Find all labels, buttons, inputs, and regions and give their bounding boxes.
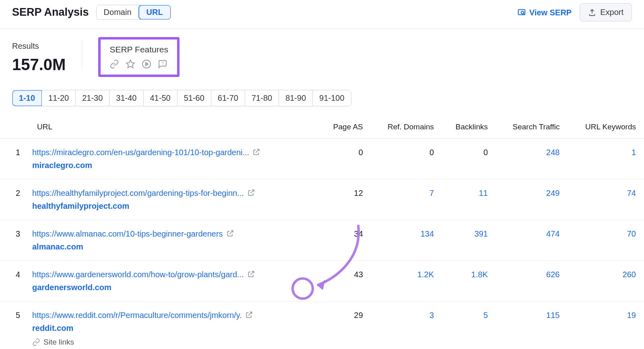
cell-page-as: 34 — [320, 220, 371, 260]
table-row: 4https://www.gardenersworld.com/how-to/g… — [0, 260, 644, 301]
star-icon — [126, 59, 135, 69]
external-link-icon[interactable] — [252, 147, 260, 156]
cell-backlinks[interactable]: 1.8K — [442, 260, 496, 301]
result-url-link[interactable]: https://healthyfamilyproject.com/gardeni… — [32, 189, 244, 197]
result-domain-link[interactable]: miraclegro.com — [32, 160, 312, 171]
page-btn-91-100[interactable]: 91-100 — [313, 90, 351, 106]
page-btn-31-40[interactable]: 31-40 — [109, 90, 143, 106]
url-cell: https://miraclegro.com/en-us/gardening-1… — [28, 138, 320, 179]
col-backlinks[interactable]: Backlinks — [442, 116, 496, 138]
view-serp-label: View SERP — [529, 7, 572, 18]
stats-divider — [82, 40, 82, 71]
table-row: 2https://healthyfamilyproject.com/garden… — [0, 179, 644, 220]
col-ref-domains[interactable]: Ref. Domains — [371, 116, 442, 138]
svg-text:?: ? — [162, 61, 164, 65]
url-cell: https://www.almanac.com/10-tips-beginner… — [28, 220, 320, 260]
video-icon — [142, 59, 151, 69]
export-button[interactable]: Export — [580, 3, 632, 21]
cell-ref-domains[interactable]: 7 — [371, 179, 442, 220]
external-link-icon[interactable] — [247, 188, 255, 196]
stats-row: Results 157.0M SERP Features ? — [0, 29, 644, 90]
page-btn-61-70[interactable]: 61-70 — [211, 90, 245, 106]
external-link-icon[interactable] — [245, 310, 253, 318]
cell-page-as: 12 — [320, 179, 371, 220]
result-url-link[interactable]: https://www.almanac.com/10-tips-beginner… — [32, 229, 223, 238]
cell-url-keywords[interactable]: 1 — [568, 138, 644, 179]
url-cell: https://www.gardenersworld.com/how-to/gr… — [28, 260, 320, 301]
cell-backlinks[interactable]: 11 — [442, 179, 496, 220]
cell-search-traffic[interactable]: 115 — [496, 301, 568, 349]
cell-page-as: 29 — [320, 301, 371, 349]
serp-icon — [517, 8, 526, 17]
cell-ref-domains: 0 — [371, 138, 442, 179]
table-row: 5https://www.reddit.com/r/Permaculture/c… — [0, 301, 644, 349]
results-value: 157.0M — [12, 53, 66, 76]
page-btn-11-20[interactable]: 11-20 — [42, 90, 76, 106]
page-btn-71-80[interactable]: 71-80 — [245, 90, 279, 106]
export-icon — [588, 8, 596, 17]
url-cell: https://www.reddit.com/r/Permaculture/co… — [28, 301, 320, 349]
results-block: Results 157.0M — [12, 40, 66, 76]
cell-url-keywords[interactable]: 260 — [568, 260, 644, 301]
page-title: SERP Analysis — [12, 5, 89, 20]
result-domain-link[interactable]: reddit.com — [32, 322, 312, 334]
cell-ref-domains[interactable]: 1.2K — [371, 260, 442, 301]
page-btn-81-90[interactable]: 81-90 — [279, 90, 313, 106]
export-label: Export — [600, 8, 623, 17]
cell-backlinks[interactable]: 5 — [442, 301, 496, 349]
col-search-traffic[interactable]: Search Traffic — [496, 116, 568, 138]
pagination: 1-1011-2021-3031-4041-5051-6061-7071-808… — [12, 90, 351, 106]
cell-search-traffic[interactable]: 248 — [496, 138, 568, 179]
toggle-domain[interactable]: Domain — [97, 5, 139, 19]
cell-page-as: 43 — [320, 260, 371, 301]
result-url-link[interactable]: https://www.gardenersworld.com/how-to/gr… — [32, 270, 244, 279]
result-domain-link[interactable]: gardenersworld.com — [32, 282, 312, 293]
cell-backlinks[interactable]: 391 — [442, 220, 496, 260]
row-index: 4 — [0, 260, 28, 301]
link-icon — [109, 59, 119, 69]
url-cell: https://healthyfamilyproject.com/gardeni… — [28, 179, 320, 220]
page-btn-1-10[interactable]: 1-10 — [12, 90, 42, 106]
result-url-link[interactable]: https://www.reddit.com/r/Permaculture/co… — [32, 311, 242, 320]
faq-icon: ? — [158, 59, 167, 69]
external-link-icon[interactable] — [247, 270, 255, 278]
view-toggle: Domain URL — [96, 5, 171, 20]
page-btn-41-50[interactable]: 41-50 — [144, 90, 178, 106]
row-index: 3 — [0, 220, 28, 260]
results-table: URL Page AS Ref. Domains Backlinks Searc… — [0, 116, 644, 349]
page-btn-21-30[interactable]: 21-30 — [76, 90, 109, 106]
cell-backlinks: 0 — [442, 138, 496, 179]
header: SERP Analysis Domain URL View SERP Expor… — [0, 0, 644, 29]
view-serp-link[interactable]: View SERP — [517, 7, 572, 18]
svg-point-1 — [521, 11, 524, 13]
cell-url-keywords[interactable]: 70 — [568, 220, 644, 260]
svg-marker-3 — [126, 60, 134, 68]
cell-page-as: 0 — [320, 138, 371, 179]
serp-features-block: SERP Features ? — [98, 37, 180, 77]
cell-search-traffic[interactable]: 474 — [496, 220, 568, 260]
col-url[interactable]: URL — [28, 116, 320, 138]
cell-ref-domains[interactable]: 134 — [371, 220, 442, 260]
results-label: Results — [12, 40, 66, 52]
cell-ref-domains[interactable]: 3 — [371, 301, 442, 349]
sitelinks-badge: Site links — [32, 337, 312, 348]
svg-marker-5 — [146, 62, 148, 66]
cell-url-keywords[interactable]: 19 — [568, 301, 644, 349]
cell-url-keywords[interactable]: 74 — [568, 179, 644, 220]
table-row: 1https://miraclegro.com/en-us/gardening-… — [0, 138, 644, 179]
page-btn-51-60[interactable]: 51-60 — [178, 90, 211, 106]
col-url-keywords[interactable]: URL Keywords — [568, 116, 644, 138]
external-link-icon[interactable] — [226, 229, 234, 237]
cell-search-traffic[interactable]: 626 — [496, 260, 568, 301]
serp-features-label: SERP Features — [109, 44, 168, 55]
toggle-url[interactable]: URL — [138, 5, 171, 20]
row-index: 5 — [0, 301, 28, 349]
row-index: 2 — [0, 179, 28, 220]
result-url-link[interactable]: https://miraclegro.com/en-us/gardening-1… — [32, 148, 249, 157]
table-row: 3https://www.almanac.com/10-tips-beginne… — [0, 220, 644, 260]
result-domain-link[interactable]: healthyfamilyproject.com — [32, 200, 312, 212]
row-index: 1 — [0, 138, 28, 179]
cell-search-traffic[interactable]: 249 — [496, 179, 568, 220]
col-page-as[interactable]: Page AS — [320, 116, 371, 138]
result-domain-link[interactable]: almanac.com — [32, 241, 312, 252]
